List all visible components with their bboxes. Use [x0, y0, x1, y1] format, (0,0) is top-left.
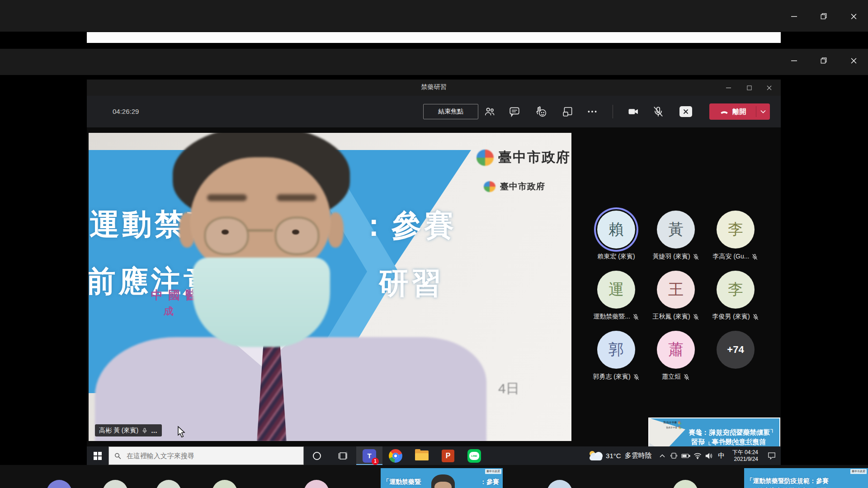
- start-button[interactable]: [87, 446, 108, 465]
- clock-time: 下午 04:24: [732, 449, 758, 456]
- avatar: 郭: [597, 331, 635, 369]
- powerpoint-taskbar-button[interactable]: P: [435, 446, 461, 465]
- avatar[interactable]: [547, 480, 572, 488]
- speaker-icon: [705, 453, 713, 459]
- overflow-count: +74: [717, 331, 755, 369]
- mic-muted-icon: [632, 314, 639, 320]
- volume-tray-icon[interactable]: [703, 446, 715, 465]
- chevron-down-icon[interactable]: [756, 110, 770, 113]
- mic-muted-icon[interactable]: [648, 102, 668, 121]
- minimize-icon[interactable]: [784, 9, 804, 23]
- action-center-button[interactable]: [763, 446, 781, 465]
- battery-tray-icon[interactable]: [680, 446, 692, 465]
- explorer-taskbar-button[interactable]: [409, 446, 435, 465]
- tray-expand-button[interactable]: [656, 446, 668, 465]
- participant-overflow-tile[interactable]: +74: [706, 329, 765, 389]
- thumb-slide-text: 「運動禁藥暨防疫規範：參賽: [746, 477, 829, 485]
- participant-tile[interactable]: 郭 郭勇志 (來賓): [586, 329, 646, 389]
- toolbar-divider: [613, 105, 613, 118]
- close-icon[interactable]: [844, 9, 863, 23]
- avatar[interactable]: [47, 480, 72, 488]
- participant-tile[interactable]: 運 運動禁藥暨...: [586, 269, 646, 329]
- cortana-button[interactable]: [304, 446, 330, 465]
- avatar[interactable]: [103, 480, 128, 488]
- meeting-timer: 04:26:29: [113, 108, 139, 115]
- end-spotlight-button[interactable]: 結束焦點: [423, 104, 478, 119]
- chevron-up-icon: [660, 454, 665, 458]
- task-view-button[interactable]: [330, 446, 356, 465]
- weather-cloud-icon: [589, 452, 602, 460]
- teams-taskbar-button[interactable]: T 1: [356, 446, 382, 465]
- participant-tile[interactable]: 賴 賴東宏 (來賓): [586, 209, 646, 269]
- more-options-icon[interactable]: …: [151, 427, 158, 434]
- meeting-stage: 運動禁藥暨 ：參賽 前應注意的 研習 中國醫學 成 臺中市政府 臺中市政府 4日: [87, 127, 781, 446]
- taskbar-clock[interactable]: 下午 04:24 2021/9/24: [728, 449, 763, 463]
- hangup-phone-icon: [719, 107, 729, 117]
- presenter-eye: [222, 230, 229, 235]
- video-thumbnail[interactable]: 「運動禁藥暨 ：參賽 臺中市政府: [381, 468, 503, 488]
- windows-logo-icon: [94, 452, 102, 460]
- line-icon: LINE: [467, 449, 481, 463]
- mic-icon: [142, 427, 148, 434]
- teams-icon: T 1: [363, 449, 376, 463]
- mirrored-logos: 臺中市政府 臺中市政府: [651, 421, 681, 432]
- participant-tile[interactable]: 黃 黃婕羽 (來賓): [646, 209, 706, 269]
- close-icon[interactable]: [844, 53, 863, 68]
- stop-sharing-icon[interactable]: [676, 102, 696, 121]
- chrome-taskbar-button[interactable]: [382, 446, 409, 465]
- taichung-gov-logo: 臺中市政府: [476, 148, 571, 167]
- avatar[interactable]: [156, 480, 181, 488]
- avatar: 王: [657, 271, 695, 309]
- line-taskbar-button[interactable]: LINE: [461, 446, 487, 465]
- avatar[interactable]: [673, 480, 698, 488]
- leave-button[interactable]: 離開: [709, 103, 770, 120]
- camera-icon[interactable]: [623, 102, 643, 121]
- taskbar-weather[interactable]: 31°C 多雲時陰: [584, 451, 656, 460]
- screen: 禁藥研習 04:26:29 結束焦點: [0, 0, 868, 488]
- avatar[interactable]: [304, 480, 329, 488]
- secondary-window-titlebar: [0, 49, 868, 75]
- breakout-rooms-icon[interactable]: [558, 102, 578, 121]
- chrome-icon: [389, 449, 402, 463]
- mic-muted-icon: [693, 314, 699, 320]
- slide-title-right-1: ：參賽: [359, 205, 457, 246]
- avatar: 蕭: [657, 331, 695, 369]
- main-video[interactable]: 運動禁藥暨 ：參賽 前應注意的 研習 中國醫學 成 臺中市政府 臺中市政府 4日: [89, 133, 571, 441]
- avatar[interactable]: [212, 480, 237, 488]
- minimize-icon[interactable]: [784, 53, 804, 68]
- more-options-icon[interactable]: [582, 102, 602, 121]
- restore-icon[interactable]: [814, 9, 834, 23]
- presenter-eye: [292, 230, 299, 235]
- weather-temp: 31°C: [606, 452, 621, 460]
- minimize-icon[interactable]: [719, 80, 737, 96]
- speaker-name-label[interactable]: 高彬 黃 (來賓) …: [95, 424, 162, 436]
- rotation-lock-tray-icon[interactable]: [668, 446, 680, 465]
- taskbar-search[interactable]: [108, 446, 304, 465]
- participant-tile[interactable]: 李 李高安 (Gu...: [706, 209, 765, 269]
- participants-icon[interactable]: [480, 102, 500, 121]
- presenter-brow: [277, 194, 316, 201]
- thumb-logo: 臺中市政府: [850, 469, 867, 474]
- glasses-lens: [204, 217, 249, 255]
- notification-badge: 1: [372, 458, 379, 465]
- face-mask: [193, 258, 330, 347]
- avatar: 黃: [657, 211, 695, 249]
- mic-muted-icon: [633, 374, 640, 380]
- presenter-face: [190, 157, 331, 273]
- participant-tile[interactable]: 王 王秋鳳 (來賓): [646, 269, 706, 329]
- raise-hand-icon[interactable]: [531, 102, 551, 121]
- ime-indicator[interactable]: 中: [715, 451, 728, 460]
- search-input[interactable]: [126, 451, 298, 460]
- participant-tile[interactable]: 李 李俊男 (來賓): [706, 269, 765, 329]
- participant-tile[interactable]: 蕭 蕭立烜: [646, 329, 706, 389]
- wifi-tray-icon[interactable]: [692, 446, 703, 465]
- powerpoint-icon: P: [442, 450, 454, 462]
- restore-icon[interactable]: [814, 53, 834, 68]
- video-thumbnail[interactable]: 「運動禁藥暨防疫規範：參賽 前應注意的幾件事」研習 臺中市政府: [744, 468, 868, 488]
- chat-icon[interactable]: [505, 102, 524, 121]
- maximize-icon[interactable]: [740, 80, 758, 96]
- close-icon[interactable]: [760, 80, 778, 96]
- participant-name: 李俊男 (來賓): [712, 313, 750, 321]
- mic-muted-icon: [752, 314, 759, 320]
- action-center-icon: [768, 452, 776, 460]
